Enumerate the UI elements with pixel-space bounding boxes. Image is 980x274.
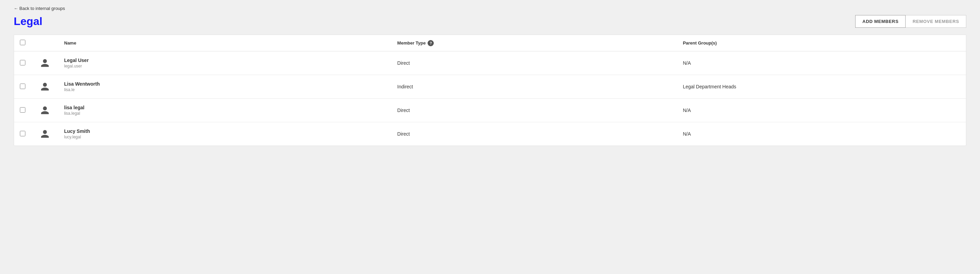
member-name: Lucy Smith [64,128,387,134]
member-type-value: Direct [398,108,410,113]
user-avatar-icon [39,128,51,140]
table-row: Lucy Smith lucy.legal Direct N/A [14,122,966,146]
member-username: lucy.legal [64,135,387,139]
user-avatar-icon [39,57,51,69]
parent-groups-header: Parent Group(s) [677,35,966,51]
member-name: Legal User [64,57,387,63]
row-checkbox-cell[interactable] [14,122,31,146]
member-type-help-icon[interactable]: ? [428,40,434,46]
user-avatar-icon [39,104,51,116]
row-checkbox-3[interactable] [20,131,25,136]
members-table: Name Member Type ? Parent Group(s) [14,35,966,146]
avatar-header [31,35,59,51]
name-header: Name [59,35,392,51]
row-avatar-cell [31,99,59,122]
row-checkbox-1[interactable] [20,84,25,89]
back-link[interactable]: ← Back to internal groups [14,6,65,11]
person-icon [40,82,50,92]
row-avatar-cell [31,51,59,75]
table-row: Legal User legal.user Direct N/A [14,51,966,75]
row-avatar-cell [31,75,59,99]
row-avatar-cell [31,122,59,146]
member-type-value: Direct [398,131,410,137]
header-actions: ADD MEMBERS REMOVE MEMBERS [855,15,966,28]
select-all-header[interactable] [14,35,31,51]
person-icon [40,106,50,115]
member-username: lisa.le [64,87,387,92]
remove-members-button[interactable]: REMOVE MEMBERS [905,15,966,28]
page-title: Legal [14,15,43,28]
member-username: lisa.legal [64,111,387,116]
table-header-row: Name Member Type ? Parent Group(s) [14,35,966,51]
row-checkbox-cell[interactable] [14,51,31,75]
row-parent-groups-cell: N/A [677,122,966,146]
row-member-type-cell: Indirect [392,75,678,99]
member-type-header: Member Type ? [392,35,678,51]
row-member-type-cell: Direct [392,99,678,122]
row-parent-groups-cell: Legal Department Heads [677,75,966,99]
row-checkbox-cell[interactable] [14,75,31,99]
row-name-cell: Legal User legal.user [59,51,392,75]
person-icon [40,58,50,68]
members-table-container: Name Member Type ? Parent Group(s) [14,35,966,146]
row-checkbox-2[interactable] [20,107,25,113]
person-icon [40,129,50,139]
row-name-cell: lisa legal lisa.legal [59,99,392,122]
row-parent-groups-cell: N/A [677,99,966,122]
parent-group-value: Legal Department Heads [683,84,736,89]
row-checkbox-cell[interactable] [14,99,31,122]
member-name: Lisa Wentworth [64,81,387,87]
row-checkbox-0[interactable] [20,60,25,65]
member-type-value: Indirect [398,84,413,89]
member-type-value: Direct [398,60,410,66]
parent-group-value: N/A [683,108,690,113]
parent-group-value: N/A [683,60,690,66]
row-name-cell: Lucy Smith lucy.legal [59,122,392,146]
row-member-type-cell: Direct [392,122,678,146]
select-all-checkbox[interactable] [20,40,25,45]
user-avatar-icon [39,81,51,93]
member-username: legal.user [64,64,387,68]
table-row: Lisa Wentworth lisa.le Indirect Legal De… [14,75,966,99]
row-name-cell: Lisa Wentworth lisa.le [59,75,392,99]
row-parent-groups-cell: N/A [677,51,966,75]
member-name: lisa legal [64,105,387,110]
back-link-label: ← Back to internal groups [14,6,65,11]
parent-group-value: N/A [683,131,690,137]
add-members-button[interactable]: ADD MEMBERS [855,15,905,28]
table-row: lisa legal lisa.legal Direct N/A [14,99,966,122]
row-member-type-cell: Direct [392,51,678,75]
